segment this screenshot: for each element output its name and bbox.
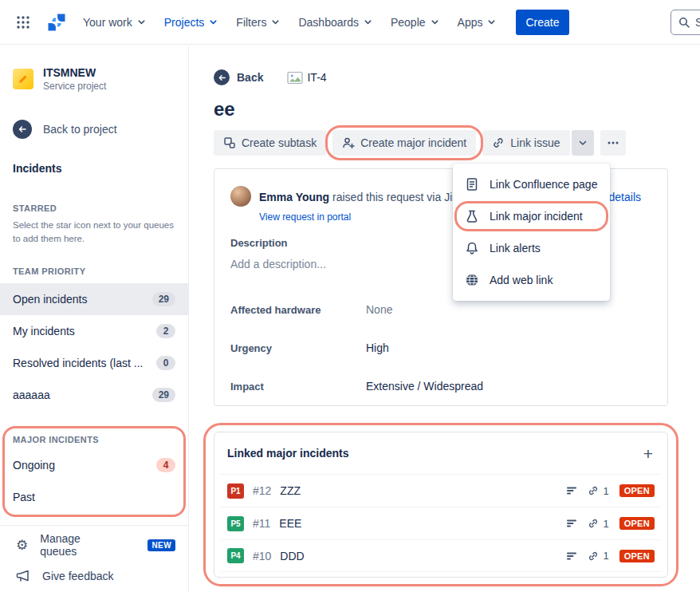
project-header: ITSMNEW Service project xyxy=(13,66,106,92)
broken-image-icon xyxy=(287,71,303,85)
description-placeholder[interactable]: Add a description... xyxy=(230,258,326,270)
app-switcher-icon[interactable] xyxy=(11,10,35,34)
status-badge: OPEN xyxy=(619,550,655,562)
ongoing-count-badge: 4 xyxy=(156,458,175,472)
create-button[interactable]: Create xyxy=(516,10,568,35)
details-link[interactable]: details xyxy=(609,191,641,203)
chevron-down-icon xyxy=(208,17,218,27)
menu-item-label: Add web link xyxy=(490,274,553,286)
field-label: Impact xyxy=(230,381,366,393)
sidebar-item-my-incidents[interactable]: My incidents 2 xyxy=(0,315,188,347)
search-box[interactable] xyxy=(671,10,700,35)
menu-item-link-major-incident[interactable]: Link major incident xyxy=(453,200,610,232)
chevron-down-icon xyxy=(430,17,440,27)
jira-logo-icon[interactable] xyxy=(45,10,69,34)
nav-apps-label: Apps xyxy=(458,16,483,29)
description-label: Description xyxy=(230,237,288,249)
field-value[interactable]: High xyxy=(366,341,389,354)
create-major-incident-button[interactable]: Create major incident xyxy=(332,130,476,156)
queue-label: My incidents xyxy=(13,325,150,337)
chevron-down-icon xyxy=(486,17,497,27)
sidebar-item-past[interactable]: Past xyxy=(0,481,188,513)
incident-key: #11 xyxy=(253,517,270,530)
nav-dashboards[interactable]: Dashboards xyxy=(298,16,373,29)
priority-badge: P1 xyxy=(227,483,244,499)
globe-icon xyxy=(464,273,480,287)
link-count: 1 xyxy=(588,518,608,530)
incident-name[interactable]: EEE xyxy=(279,517,557,530)
nav-apps[interactable]: Apps xyxy=(458,16,497,29)
back-to-project-label: Back to project xyxy=(43,123,117,136)
count-badge: 2 xyxy=(156,324,175,338)
link-icon xyxy=(588,551,599,562)
linked-incident-row[interactable]: P5 #11 EEE 1 OPEN xyxy=(221,507,661,539)
queue-label: Past xyxy=(13,491,169,503)
issue-key-group[interactable]: IT-4 xyxy=(287,71,326,85)
manage-queues-label: Manage queues xyxy=(40,532,118,558)
link-icon xyxy=(492,136,505,149)
queue-label: Resolved incidents (last ... xyxy=(13,357,150,369)
linked-incident-row[interactable]: P4 #10 DDD 1 OPEN xyxy=(221,539,661,572)
arrow-left-icon xyxy=(13,120,32,139)
search-input[interactable] xyxy=(695,16,700,29)
search-icon xyxy=(678,16,690,29)
sidebar-item-resolved-incidents[interactable]: Resolved incidents (last ... 0 xyxy=(0,347,188,379)
link-count: 1 xyxy=(588,485,608,497)
link-icon xyxy=(588,485,599,496)
back-button[interactable]: Back xyxy=(214,69,263,85)
top-navigation-bar: Your work Projects Filters Dashboards Pe… xyxy=(0,0,700,45)
reporter-name[interactable]: Emma Young xyxy=(259,191,329,203)
create-major-incident-label: Create major incident xyxy=(360,136,466,149)
toolbar: Create subtask Create major incident Lin… xyxy=(214,130,626,156)
menu-item-link-confluence-page[interactable]: Link Confluence page xyxy=(453,168,610,200)
status-badge: OPEN xyxy=(619,484,655,497)
severity-bars-icon xyxy=(566,518,577,529)
linked-incident-row[interactable]: P1 #12 ZZZ 1 OPEN xyxy=(221,474,661,507)
add-linked-incident-button[interactable]: + xyxy=(642,445,655,462)
nav-filters[interactable]: Filters xyxy=(236,16,281,29)
nav-people[interactable]: People xyxy=(391,16,440,29)
field-value[interactable]: None xyxy=(366,303,392,316)
manage-queues-button[interactable]: ⚙ Manage queues NEW xyxy=(16,533,175,557)
status-badge: OPEN xyxy=(619,517,655,530)
sidebar-divider xyxy=(0,525,188,526)
sidebar-item-ongoing[interactable]: Ongoing 4 xyxy=(0,449,188,481)
gear-icon: ⚙ xyxy=(16,539,28,552)
avatar[interactable] xyxy=(230,186,251,207)
linked-card-title: Linked major incidents xyxy=(227,447,348,460)
link-issue-label: Link issue xyxy=(510,136,560,149)
field-impact: Impact Extensive / Widespread xyxy=(230,380,651,393)
create-subtask-button[interactable]: Create subtask xyxy=(214,130,326,156)
back-to-project-button[interactable]: Back to project xyxy=(13,120,117,139)
sidebar: ITSMNEW Service project Back to project … xyxy=(0,45,189,592)
count-badge: 29 xyxy=(152,292,175,306)
more-icon xyxy=(606,136,620,150)
link-issue-button[interactable]: Link issue xyxy=(482,130,569,156)
field-label: Urgency xyxy=(230,342,366,354)
menu-item-label: Link Confluence page xyxy=(490,178,597,191)
link-options-chevron-button[interactable] xyxy=(572,130,594,156)
nav-projects[interactable]: Projects xyxy=(164,16,219,29)
give-feedback-button[interactable]: Give feedback xyxy=(16,564,175,588)
field-value[interactable]: Extensive / Widespread xyxy=(366,380,483,393)
queue-list: Open incidents 29 My incidents 2 Resolve… xyxy=(0,283,188,411)
sidebar-item-open-incidents[interactable]: Open incidents 29 xyxy=(0,283,188,315)
project-name: ITSMNEW xyxy=(43,66,106,79)
sidebar-item-aaaaaa[interactable]: aaaaaa 29 xyxy=(0,379,188,411)
menu-item-add-web-link[interactable]: Add web link xyxy=(453,264,610,296)
severity-bars-icon xyxy=(566,485,577,496)
view-request-in-portal-link[interactable]: View request in portal xyxy=(259,211,351,223)
page-icon xyxy=(464,177,480,191)
field-affected-hardware: Affected hardware None xyxy=(230,303,651,316)
chevron-down-icon xyxy=(577,137,588,148)
issue-key: IT-4 xyxy=(307,71,326,84)
menu-item-link-alerts[interactable]: Link alerts xyxy=(453,232,610,264)
incident-name[interactable]: ZZZ xyxy=(280,484,557,497)
new-badge: NEW xyxy=(147,539,175,551)
nav-your-work[interactable]: Your work xyxy=(83,16,147,29)
linked-major-incidents-card: Linked major incidents + P1 #12 ZZZ 1 OP… xyxy=(214,432,668,578)
more-actions-button[interactable] xyxy=(600,130,626,156)
give-feedback-label: Give feedback xyxy=(42,570,114,582)
incident-name[interactable]: DDD xyxy=(280,550,557,562)
reporter-line: Emma Young raised this request via Ji xyxy=(259,191,452,203)
